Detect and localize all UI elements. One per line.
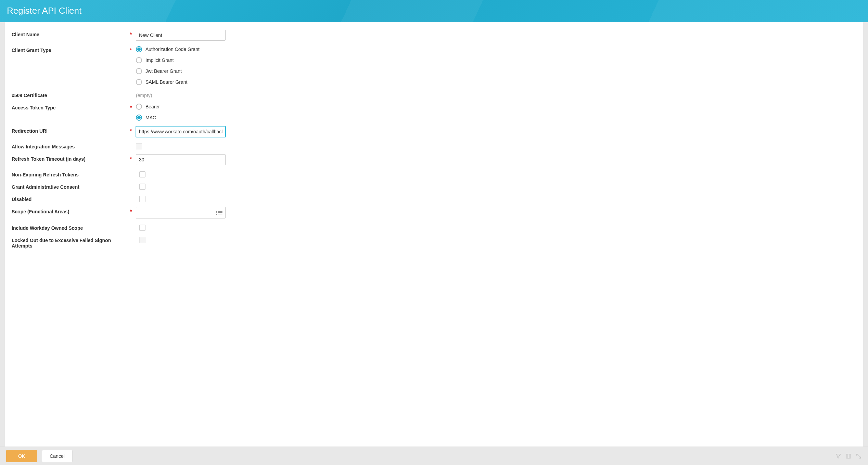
- x509-value: (empty): [136, 93, 152, 98]
- refresh-timeout-input[interactable]: [136, 154, 226, 165]
- label-non-expiring: Non-Expiring Refresh Tokens: [12, 172, 79, 177]
- redirection-uri-input[interactable]: [136, 126, 226, 137]
- row-grant-type: Client Grant Type * Authorization Code G…: [12, 45, 856, 86]
- workday-scope-checkbox[interactable]: [139, 225, 145, 231]
- row-admin-consent: Grant Administrative Consent: [12, 182, 856, 190]
- required-marker: *: [130, 207, 136, 215]
- radio-icon: [136, 68, 142, 74]
- row-refresh-timeout: Refresh Token Timeout (in days) *: [12, 154, 856, 165]
- required-marker: *: [130, 126, 136, 134]
- radio-auth-code[interactable]: Authorization Code Grant: [136, 45, 200, 53]
- filter-icon[interactable]: [835, 453, 841, 459]
- label-grant-type: Client Grant Type: [12, 48, 51, 53]
- row-redirection-uri: Redirection URI *: [12, 126, 856, 137]
- label-scope: Scope (Functional Areas): [12, 209, 69, 214]
- radio-label: SAML Bearer Grant: [145, 79, 187, 85]
- radio-icon: [136, 79, 142, 85]
- radio-saml[interactable]: SAML Bearer Grant: [136, 78, 200, 86]
- radio-mac[interactable]: MAC: [136, 114, 160, 121]
- client-name-input[interactable]: [136, 30, 226, 41]
- label-disabled: Disabled: [12, 197, 31, 202]
- radio-bearer[interactable]: Bearer: [136, 103, 160, 110]
- row-client-name: Client Name *: [12, 30, 856, 41]
- row-x509: x509 Certificate (empty): [12, 91, 856, 98]
- label-allow-integration: Allow Integration Messages: [12, 144, 75, 149]
- required-marker: *: [130, 154, 136, 162]
- label-redirection-uri: Redirection URI: [12, 128, 48, 134]
- ok-button[interactable]: OK: [6, 450, 37, 462]
- scope-select[interactable]: [136, 207, 226, 218]
- label-access-token-type: Access Token Type: [12, 105, 56, 110]
- label-workday-scope: Include Workday Owned Scope: [12, 225, 83, 231]
- label-x509: x509 Certificate: [12, 93, 47, 98]
- label-locked-out: Locked Out due to Excessive Failed Signo…: [12, 238, 111, 249]
- footer-bar: OK Cancel: [0, 447, 868, 465]
- radio-icon: [136, 104, 142, 110]
- radio-icon: [136, 115, 142, 121]
- locked-out-checkbox[interactable]: [139, 237, 145, 243]
- label-admin-consent: Grant Administrative Consent: [12, 184, 79, 190]
- row-workday-scope: Include Workday Owned Scope: [12, 223, 856, 231]
- label-client-name: Client Name: [12, 32, 39, 37]
- page-header: Register API Client: [0, 0, 868, 22]
- form-card: Client Name * Client Grant Type * Author…: [5, 22, 863, 447]
- radio-implicit[interactable]: Implicit Grant: [136, 56, 200, 64]
- radio-icon: [136, 57, 142, 63]
- list-icon: [216, 211, 222, 214]
- radio-label: MAC: [145, 115, 156, 120]
- required-marker: *: [130, 30, 136, 38]
- row-access-token-type: Access Token Type * Bearer MAC: [12, 103, 856, 121]
- columns-icon[interactable]: [845, 453, 852, 459]
- radio-label: Authorization Code Grant: [145, 46, 200, 52]
- radio-jwt[interactable]: Jwt Bearer Grant: [136, 67, 200, 75]
- expand-icon[interactable]: [856, 453, 862, 459]
- radio-icon: [136, 46, 142, 52]
- row-allow-integration: Allow Integration Messages: [12, 142, 856, 149]
- cancel-button[interactable]: Cancel: [42, 450, 73, 462]
- radio-label: Implicit Grant: [145, 57, 174, 63]
- disabled-checkbox[interactable]: [139, 196, 145, 202]
- radio-label: Jwt Bearer Grant: [145, 68, 182, 74]
- required-marker: *: [130, 45, 136, 54]
- row-disabled: Disabled: [12, 195, 856, 202]
- row-scope: Scope (Functional Areas) *: [12, 207, 856, 218]
- required-marker: *: [130, 103, 136, 111]
- radio-label: Bearer: [145, 104, 160, 109]
- svg-rect-0: [846, 454, 851, 458]
- allow-integration-checkbox[interactable]: [136, 143, 142, 149]
- page-title: Register API Client: [7, 5, 861, 16]
- non-expiring-checkbox[interactable]: [139, 171, 145, 177]
- admin-consent-checkbox[interactable]: [139, 184, 145, 190]
- row-locked-out: Locked Out due to Excessive Failed Signo…: [12, 236, 856, 249]
- row-non-expiring: Non-Expiring Refresh Tokens: [12, 170, 856, 177]
- label-refresh-timeout: Refresh Token Timeout (in days): [12, 156, 86, 162]
